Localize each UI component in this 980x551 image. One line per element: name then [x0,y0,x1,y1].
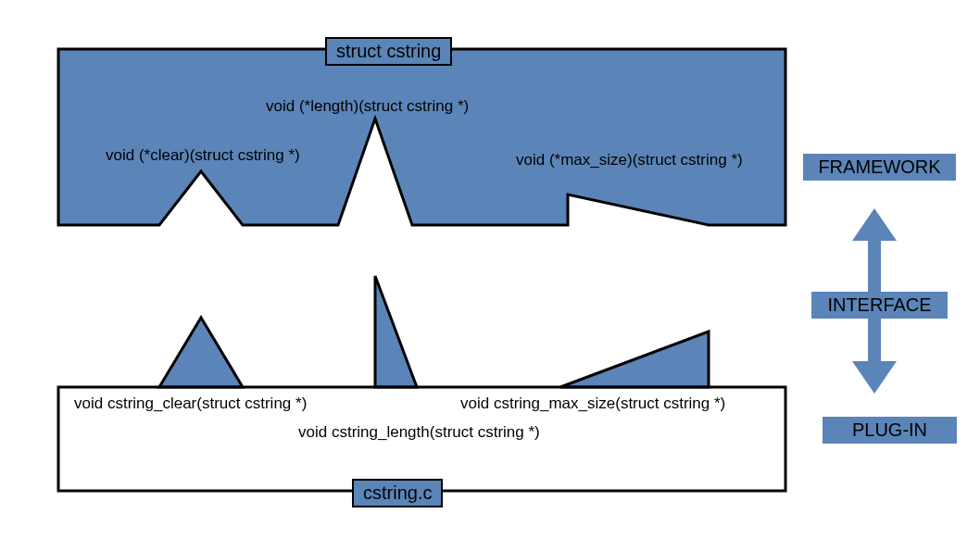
fn-impl-length: void cstring_length(struct cstring *) [298,423,540,442]
fn-impl-clear: void cstring_clear(struct cstring *) [74,394,307,413]
fn-ptr-clear: void (*clear)(struct cstring *) [106,146,300,165]
fn-ptr-length: void (*length)(struct cstring *) [266,97,469,116]
framework-title-label: struct cstring [325,37,452,66]
plugin-title-label: cstring.c [352,479,443,507]
svg-marker-2 [852,361,897,394]
plug-triangle-clear [159,318,243,387]
framework-shape [58,49,785,225]
side-label-framework: FRAMEWORK [803,154,956,181]
side-label-interface: INTERFACE [811,292,948,319]
fn-ptr-max-size: void (*max_size)(struct cstring *) [516,151,743,169]
diagram-root: struct cstring cstring.c void (*clear)(s… [0,0,980,551]
diagram-svg [0,0,980,551]
side-label-plugin: PLUG-IN [823,417,957,444]
plug-triangle-max-size [560,332,709,387]
plug-triangle-length [375,276,417,387]
fn-impl-max-size: void cstring_max_size(struct cstring *) [460,394,725,413]
svg-marker-1 [852,208,897,241]
